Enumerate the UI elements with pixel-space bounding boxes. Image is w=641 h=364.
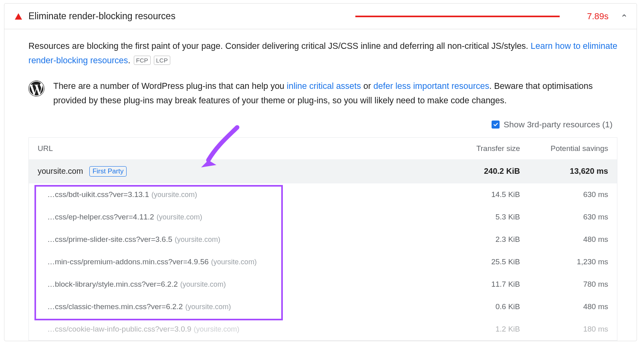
row-url: …css/ep-helper.css?ver=4.11.2 bbox=[47, 213, 154, 221]
platform-note: There are a number of WordPress plug-ins… bbox=[53, 79, 617, 108]
table-row: …css/bdt-uikit.css?ver=3.13.1(yoursite.c… bbox=[29, 183, 617, 206]
table-row: …css/ep-helper.css?ver=4.11.2(yoursite.c… bbox=[29, 206, 617, 228]
audit-title: Eliminate render-blocking resources bbox=[28, 11, 175, 22]
group-transfer: 240.2 KiB bbox=[440, 165, 520, 178]
row-transfer: 2.3 KiB bbox=[440, 233, 520, 246]
row-url: …block-library/style.min.css?ver=6.2.2 bbox=[47, 280, 178, 288]
row-origin: (yoursite.com) bbox=[185, 303, 231, 311]
row-origin: (yoursite.com) bbox=[194, 325, 240, 333]
audit-header[interactable]: Eliminate render-blocking resources 7.89… bbox=[4, 4, 637, 29]
row-savings: 1,230 ms bbox=[520, 255, 608, 268]
first-party-chip: First Party bbox=[89, 166, 127, 177]
inline-critical-link[interactable]: inline critical assets bbox=[287, 81, 361, 91]
svg-marker-0 bbox=[15, 13, 22, 20]
row-origin: (yoursite.com) bbox=[211, 258, 257, 266]
row-savings: 480 ms bbox=[520, 300, 608, 313]
row-origin: (yoursite.com) bbox=[157, 213, 202, 221]
table-row: …min-css/premium-addons.min.css?ver=4.9.… bbox=[29, 251, 617, 273]
fail-triangle-icon bbox=[15, 13, 22, 20]
wordpress-icon bbox=[28, 80, 44, 101]
audit-body: Resources are blocking the first paint o… bbox=[4, 29, 637, 341]
row-origin: (yoursite.com) bbox=[180, 280, 226, 288]
row-transfer: 1.2 KiB bbox=[440, 323, 520, 336]
col-url: URL bbox=[38, 142, 440, 155]
row-url: …min-css/premium-addons.min.css?ver=4.9.… bbox=[47, 257, 209, 266]
row-savings: 780 ms bbox=[520, 278, 608, 291]
row-url: …css/cookie-law-info-public.css?ver=3.0.… bbox=[47, 325, 191, 333]
table-header: URL Transfer size Potential savings bbox=[29, 138, 617, 159]
group-host: yoursite.com bbox=[38, 167, 83, 175]
row-savings: 630 ms bbox=[520, 188, 608, 201]
row-transfer: 14.5 KiB bbox=[440, 188, 520, 201]
metric-value: 7.89s bbox=[587, 11, 609, 22]
table-row: …css/classic-themes.min.css?ver=6.2.2(yo… bbox=[29, 296, 617, 318]
metric-tag-lcp: LCP bbox=[154, 56, 170, 65]
row-transfer: 25.5 KiB bbox=[440, 255, 520, 268]
table-row: …block-library/style.min.css?ver=6.2.2(y… bbox=[29, 273, 617, 296]
row-origin: (yoursite.com) bbox=[175, 235, 220, 243]
impact-bar bbox=[355, 16, 560, 17]
row-transfer: 5.3 KiB bbox=[440, 211, 520, 223]
third-party-checkbox-label: Show 3rd-party resources (1) bbox=[504, 117, 613, 131]
col-savings: Potential savings bbox=[520, 142, 608, 155]
table-row: …css/cookie-law-info-public.css?ver=3.0.… bbox=[29, 318, 617, 340]
table-group-row[interactable]: yoursite.com First Party 240.2 KiB 13,62… bbox=[29, 159, 617, 183]
table-row: …css/prime-slider-site.css?ver=3.6.5(you… bbox=[29, 228, 617, 251]
resources-table: URL Transfer size Potential savings your… bbox=[28, 137, 617, 341]
row-url: …css/classic-themes.min.css?ver=6.2.2 bbox=[47, 302, 183, 311]
row-origin: (yoursite.com) bbox=[151, 191, 197, 199]
metric-tag-fcp: FCP bbox=[134, 56, 151, 65]
description-text: Resources are blocking the first paint o… bbox=[28, 41, 531, 51]
row-transfer: 0.6 KiB bbox=[440, 300, 520, 313]
third-party-toggle-row: Show 3rd-party resources (1) bbox=[28, 117, 617, 131]
row-url: …css/bdt-uikit.css?ver=3.13.1 bbox=[47, 190, 149, 199]
row-savings: 630 ms bbox=[520, 211, 608, 223]
row-savings: 480 ms bbox=[520, 233, 608, 246]
third-party-checkbox[interactable] bbox=[492, 121, 500, 129]
row-url: …css/prime-slider-site.css?ver=3.6.5 bbox=[47, 235, 172, 243]
group-savings: 13,620 ms bbox=[520, 165, 608, 178]
row-savings: 180 ms bbox=[520, 323, 608, 336]
chevron-up-icon[interactable] bbox=[621, 12, 628, 21]
defer-resources-link[interactable]: defer less important resources bbox=[373, 81, 489, 91]
audit-description: Resources are blocking the first paint o… bbox=[28, 39, 617, 68]
audit-panel: Eliminate render-blocking resources 7.89… bbox=[4, 3, 637, 341]
platform-note-block: There are a number of WordPress plug-ins… bbox=[28, 79, 617, 108]
col-transfer: Transfer size bbox=[440, 142, 520, 155]
row-transfer: 11.7 KiB bbox=[440, 278, 520, 291]
